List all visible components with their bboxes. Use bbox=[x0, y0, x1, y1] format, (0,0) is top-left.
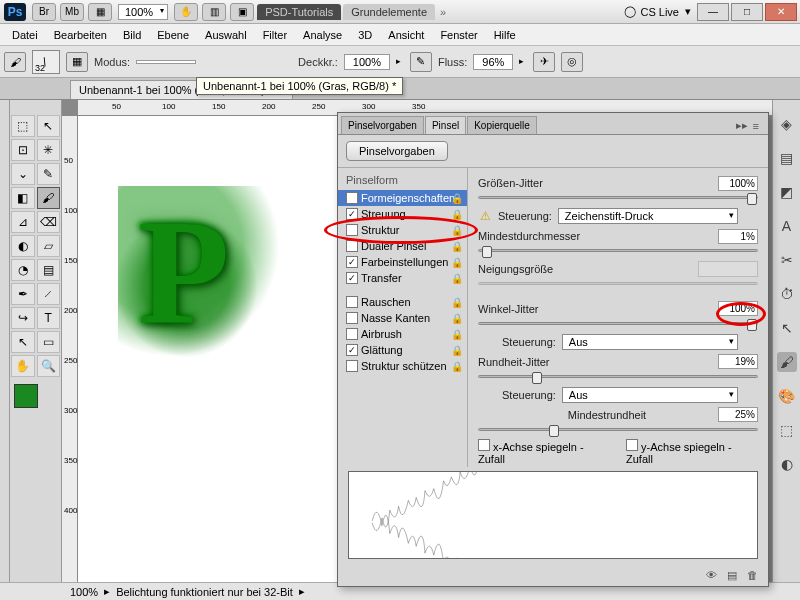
minibridge-icon[interactable]: Mb bbox=[60, 3, 84, 21]
tab-brush[interactable]: Pinsel bbox=[425, 116, 466, 134]
tool-0-1[interactable]: ↖ bbox=[37, 115, 61, 137]
lock-icon[interactable]: 🔒 bbox=[451, 273, 463, 284]
dock-icon-3[interactable]: A bbox=[777, 216, 797, 236]
tool-7-0[interactable]: ✒ bbox=[11, 283, 35, 305]
brush-option-4[interactable]: ✓Farbeinstellungen🔒 bbox=[338, 254, 467, 270]
brush-option-5[interactable]: ✓Transfer🔒 bbox=[338, 270, 467, 286]
brush-option-7[interactable]: Nasse Kanten🔒 bbox=[338, 310, 467, 326]
min-roundness-slider[interactable] bbox=[478, 428, 758, 431]
maximize-button[interactable]: □ bbox=[731, 3, 763, 21]
brush-option-0[interactable]: ✓Formeigenschaften🔒 bbox=[338, 190, 467, 206]
tool-8-0[interactable]: ↪ bbox=[11, 307, 35, 329]
workspace-tab-2[interactable]: Grundelemente bbox=[343, 4, 435, 20]
lock-icon[interactable]: 🔒 bbox=[451, 313, 463, 324]
workspace-tab-1[interactable]: PSD-Tutorials bbox=[257, 4, 341, 20]
toggle-preview-icon[interactable]: 👁 bbox=[706, 569, 717, 582]
dock-icon-5[interactable]: ⏱ bbox=[777, 284, 797, 304]
tool-2-0[interactable]: ⌄ bbox=[11, 163, 35, 185]
menu-ebene[interactable]: Ebene bbox=[149, 29, 197, 41]
tool-6-1[interactable]: ▤ bbox=[37, 259, 61, 281]
tool-6-0[interactable]: ◔ bbox=[11, 259, 35, 281]
roundness-jitter-value[interactable]: 19% bbox=[718, 354, 758, 369]
lock-icon[interactable]: 🔒 bbox=[451, 257, 463, 268]
opacity-field[interactable]: 100% bbox=[344, 54, 390, 70]
flip-y-checkbox[interactable] bbox=[626, 439, 638, 451]
tab-brush-presets[interactable]: Pinselvorgaben bbox=[341, 116, 424, 134]
more-workspaces-icon[interactable]: » bbox=[440, 6, 446, 18]
angle-jitter-value[interactable]: 100% bbox=[718, 301, 758, 316]
menu-3d[interactable]: 3D bbox=[350, 29, 380, 41]
arrange-icon[interactable]: ▥ bbox=[202, 3, 226, 21]
blend-mode-field[interactable] bbox=[136, 60, 196, 64]
dock-icon-4[interactable]: ✂ bbox=[777, 250, 797, 270]
brush-preview[interactable]: 32 bbox=[32, 50, 60, 74]
lock-icon[interactable]: 🔒 bbox=[451, 345, 463, 356]
control-combo-1[interactable]: Zeichenstift-Druck bbox=[558, 208, 738, 224]
zoom-combo[interactable]: 100% bbox=[118, 4, 168, 20]
close-button[interactable]: ✕ bbox=[765, 3, 797, 21]
dock-icon-1[interactable]: ▤ bbox=[777, 148, 797, 168]
tool-preset-icon[interactable]: 🖌 bbox=[4, 52, 26, 72]
cslive-icon[interactable]: ◯ bbox=[624, 5, 636, 18]
menu-hilfe[interactable]: Hilfe bbox=[486, 29, 524, 41]
tool-10-0[interactable]: ✋ bbox=[11, 355, 35, 377]
dock-icon-9[interactable]: ⬚ bbox=[777, 420, 797, 440]
dock-icon-0[interactable]: ◈ bbox=[777, 114, 797, 134]
dock-icon-6[interactable]: ↖ bbox=[777, 318, 797, 338]
tool-5-1[interactable]: ▱ bbox=[37, 235, 61, 257]
lock-icon[interactable]: 🔒 bbox=[451, 297, 463, 308]
view-extras-icon[interactable]: ▦ bbox=[88, 3, 112, 21]
menu-auswahl[interactable]: Auswahl bbox=[197, 29, 255, 41]
brush-option-checkbox-0[interactable]: ✓ bbox=[346, 192, 358, 204]
minimize-button[interactable]: — bbox=[697, 3, 729, 21]
tool-9-0[interactable]: ↖ bbox=[11, 331, 35, 353]
tool-3-1[interactable]: 🖌 bbox=[37, 187, 61, 209]
brush-option-2[interactable]: Struktur🔒 bbox=[338, 222, 467, 238]
tool-1-1[interactable]: ✳ bbox=[37, 139, 61, 161]
brush-option-checkbox-7[interactable] bbox=[346, 312, 358, 324]
menu-bild[interactable]: Bild bbox=[115, 29, 149, 41]
angle-jitter-slider[interactable] bbox=[478, 322, 758, 325]
dock-icon-7[interactable]: 🖌 bbox=[777, 352, 797, 372]
brush-option-6[interactable]: Rauschen🔒 bbox=[338, 294, 467, 310]
tool-5-0[interactable]: ◐ bbox=[11, 235, 35, 257]
tool-4-0[interactable]: ⊿ bbox=[11, 211, 35, 233]
delete-preset-icon[interactable]: 🗑 bbox=[747, 569, 758, 582]
lock-icon[interactable]: 🔒 bbox=[451, 361, 463, 372]
brush-option-checkbox-9[interactable]: ✓ bbox=[346, 344, 358, 356]
tool-10-1[interactable]: 🔍 bbox=[37, 355, 61, 377]
screenmode-icon[interactable]: ▣ bbox=[230, 3, 254, 21]
dock-icon-8[interactable]: 🎨 bbox=[777, 386, 797, 406]
lock-icon[interactable]: 🔒 bbox=[451, 209, 463, 220]
cslive-dropdown-icon[interactable]: ▾ bbox=[685, 5, 691, 18]
lock-icon[interactable]: 🔒 bbox=[451, 225, 463, 236]
menu-analyse[interactable]: Analyse bbox=[295, 29, 350, 41]
tablet-pressure-size-icon[interactable]: ◎ bbox=[561, 52, 583, 72]
tool-9-1[interactable]: ▭ bbox=[37, 331, 61, 353]
panel-menu-icon[interactable]: ≡ bbox=[753, 120, 765, 134]
flow-field[interactable]: 96% bbox=[473, 54, 513, 70]
size-jitter-value[interactable]: 100% bbox=[718, 176, 758, 191]
brush-panel-toggle-icon[interactable]: ▦ bbox=[66, 52, 88, 72]
brush-option-checkbox-3[interactable] bbox=[346, 240, 358, 252]
roundness-jitter-slider[interactable] bbox=[478, 375, 758, 378]
lock-icon[interactable]: 🔒 bbox=[451, 241, 463, 252]
menu-fenster[interactable]: Fenster bbox=[432, 29, 485, 41]
hand-icon[interactable]: ✋ bbox=[174, 3, 198, 21]
dock-icon-2[interactable]: ◩ bbox=[777, 182, 797, 202]
min-diameter-value[interactable]: 1% bbox=[718, 229, 758, 244]
flip-x-checkbox[interactable] bbox=[478, 439, 490, 451]
tool-2-1[interactable]: ✎ bbox=[37, 163, 61, 185]
color-swatches[interactable] bbox=[14, 384, 54, 420]
tool-7-1[interactable]: ⟋ bbox=[37, 283, 61, 305]
dock-icon-10[interactable]: ◐ bbox=[777, 454, 797, 474]
tool-4-1[interactable]: ⌫ bbox=[37, 211, 61, 233]
control-combo-2[interactable]: Aus bbox=[562, 334, 738, 350]
brush-option-checkbox-10[interactable] bbox=[346, 360, 358, 372]
brush-option-3[interactable]: Dualer Pinsel🔒 bbox=[338, 238, 467, 254]
brush-option-10[interactable]: Struktur schützen🔒 bbox=[338, 358, 467, 374]
lock-icon[interactable]: 🔒 bbox=[451, 329, 463, 340]
brush-presets-button[interactable]: Pinselvorgaben bbox=[346, 141, 448, 161]
tool-0-0[interactable]: ⬚ bbox=[11, 115, 35, 137]
menu-filter[interactable]: Filter bbox=[255, 29, 295, 41]
